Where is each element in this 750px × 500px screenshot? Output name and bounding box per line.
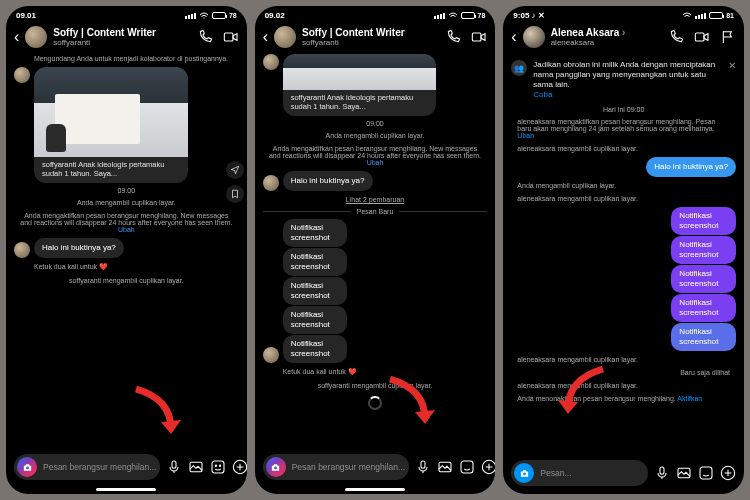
message-input-bar: Pesan... bbox=[503, 454, 744, 494]
svg-point-6 bbox=[220, 465, 221, 466]
svg-rect-16 bbox=[660, 467, 664, 474]
header-title-block[interactable]: Soffy | Content Writer soffyaranti bbox=[53, 27, 190, 47]
call-button[interactable] bbox=[197, 29, 213, 45]
battery-icon bbox=[709, 12, 723, 19]
back-button[interactable]: ‹ bbox=[511, 28, 516, 46]
screenshot-notice: aleneaksara mengambil cuplikan layar. bbox=[511, 194, 736, 203]
video-call-button[interactable] bbox=[223, 29, 239, 45]
change-link[interactable]: Ubah bbox=[367, 159, 384, 166]
chat-subtitle: aleneaksara bbox=[551, 38, 662, 47]
add-button[interactable] bbox=[481, 459, 495, 475]
chat-subtitle: soffyaranti bbox=[302, 38, 439, 47]
avatar[interactable] bbox=[274, 26, 296, 48]
camera-button[interactable] bbox=[514, 463, 534, 483]
timestamp: Hari ini 09:00 bbox=[511, 106, 736, 113]
screenshot-notice: Anda mengambil cuplikan layar. bbox=[263, 131, 488, 140]
screenshot-notice: aleneaksara mengambil cuplikan layar. bbox=[511, 381, 736, 390]
call-button[interactable] bbox=[445, 29, 461, 45]
outgoing-message[interactable]: Halo ini buktinya ya? bbox=[646, 157, 736, 177]
incoming-message[interactable]: Notifikasi screenshot bbox=[283, 219, 348, 247]
phone-screenshot-3: 9:05 ♪ ✕ 81 ‹ Alenea Aksara › aleneaksar… bbox=[503, 6, 744, 494]
battery-pct: 78 bbox=[229, 12, 237, 19]
outgoing-message[interactable]: Notifikasi screenshot bbox=[671, 207, 736, 235]
svg-rect-0 bbox=[224, 33, 233, 41]
shared-post-image[interactable] bbox=[34, 67, 188, 157]
battery-pct: 78 bbox=[478, 12, 486, 19]
call-button[interactable] bbox=[668, 29, 684, 45]
message-input[interactable]: Pesan... bbox=[511, 460, 648, 486]
tip-avatar-icon: 👥 bbox=[511, 60, 527, 76]
back-button[interactable]: ‹ bbox=[263, 28, 268, 46]
outgoing-message[interactable]: Notifikasi screenshot bbox=[671, 265, 736, 293]
double-tap-hint: Ketuk dua kali untuk ❤️ bbox=[263, 367, 488, 377]
status-bar: 9:05 ♪ ✕ 81 bbox=[503, 6, 744, 22]
sticker-button[interactable] bbox=[698, 465, 714, 481]
chat-header: ‹ Alenea Aksara › aleneaksara bbox=[503, 22, 744, 54]
change-link[interactable]: Ubah bbox=[517, 132, 534, 139]
battery-icon bbox=[461, 12, 475, 19]
phone-screenshot-2: 09.02 78 ‹ Soffy | Content Writer soffya… bbox=[255, 6, 496, 494]
camera-button[interactable] bbox=[266, 457, 286, 477]
svg-rect-18 bbox=[700, 467, 712, 479]
flag-button[interactable] bbox=[720, 29, 736, 45]
activate-link[interactable]: Aktifkan bbox=[677, 395, 702, 402]
incoming-message[interactable]: Halo ini buktinya ya? bbox=[34, 238, 124, 258]
camera-button[interactable] bbox=[17, 457, 37, 477]
incoming-message[interactable]: Notifikasi screenshot bbox=[283, 277, 348, 305]
seen-label: Baru saja dilihat bbox=[511, 368, 736, 377]
video-call-button[interactable] bbox=[471, 29, 487, 45]
incoming-message[interactable]: Notifikasi screenshot bbox=[283, 248, 348, 276]
chat-title: Soffy | Content Writer bbox=[53, 27, 190, 38]
status-time: 9:05 ♪ ✕ bbox=[513, 11, 544, 20]
dismiss-tip-button[interactable]: ✕ bbox=[728, 60, 736, 71]
post-caption: soffyaranti Anak ideologis pertamaku sud… bbox=[34, 155, 188, 183]
back-button[interactable]: ‹ bbox=[14, 28, 19, 46]
outgoing-message[interactable]: Notifikasi screenshot bbox=[671, 236, 736, 264]
shared-post-image[interactable] bbox=[283, 54, 437, 90]
msg-avatar bbox=[14, 242, 30, 258]
msg-avatar bbox=[263, 54, 279, 70]
message-input[interactable]: Pesan berangsur menghilan... bbox=[263, 454, 409, 480]
status-time: 09.02 bbox=[265, 11, 285, 20]
gallery-button[interactable] bbox=[188, 459, 204, 475]
incoming-message[interactable]: Halo ini buktinya ya? bbox=[283, 171, 373, 191]
chat-scroll[interactable]: Mengundang Anda untuk menjadi kolaborato… bbox=[6, 54, 247, 448]
gallery-button[interactable] bbox=[676, 465, 692, 481]
svg-rect-12 bbox=[461, 461, 473, 473]
msg-avatar bbox=[14, 67, 30, 83]
message-input[interactable]: Pesan berangsur menghilan... bbox=[14, 454, 160, 480]
video-call-button[interactable] bbox=[694, 29, 710, 45]
mic-button[interactable] bbox=[654, 465, 670, 481]
home-indicator bbox=[345, 488, 405, 491]
bookmark-icon[interactable] bbox=[226, 185, 244, 203]
home-indicator bbox=[96, 488, 156, 491]
header-title-block[interactable]: Alenea Aksara › aleneaksara bbox=[551, 27, 662, 47]
chat-scroll[interactable]: Hari ini 09:00 aleneaksara mengaktifkan … bbox=[503, 106, 744, 454]
send-plane-icon[interactable] bbox=[226, 161, 244, 179]
outgoing-message[interactable]: Notifikasi screenshot bbox=[671, 294, 736, 322]
wifi-icon bbox=[682, 12, 692, 20]
chat-scroll[interactable]: soffyaranti Anak ideologis pertamaku sud… bbox=[255, 54, 496, 448]
gallery-button[interactable] bbox=[437, 459, 453, 475]
screenshot-notice: Anda mengambil cuplikan layar. bbox=[511, 181, 736, 190]
sticker-button[interactable] bbox=[459, 459, 475, 475]
see-updates[interactable]: Lihat 2 pembaruan bbox=[263, 195, 488, 204]
msg-avatar bbox=[263, 347, 279, 363]
sticker-button[interactable] bbox=[210, 459, 226, 475]
mic-button[interactable] bbox=[166, 459, 182, 475]
screenshot-notice: soffyaranti mengambil cuplikan layar. bbox=[14, 276, 239, 285]
avatar[interactable] bbox=[523, 26, 545, 48]
outgoing-message[interactable]: Notifikasi screenshot bbox=[671, 323, 736, 351]
avatar[interactable] bbox=[25, 26, 47, 48]
try-link[interactable]: Coba bbox=[533, 90, 552, 99]
mic-button[interactable] bbox=[415, 459, 431, 475]
add-button[interactable] bbox=[720, 465, 736, 481]
incoming-message[interactable]: Notifikasi screenshot bbox=[283, 306, 348, 334]
wifi-icon bbox=[448, 12, 458, 20]
timestamp: 09.00 bbox=[14, 187, 239, 194]
change-link[interactable]: Ubah bbox=[118, 226, 135, 233]
header-title-block[interactable]: Soffy | Content Writer soffyaranti bbox=[302, 27, 439, 47]
add-button[interactable] bbox=[232, 459, 246, 475]
incoming-message[interactable]: Notifikasi screenshot bbox=[283, 335, 348, 363]
input-placeholder: Pesan berangsur menghilan... bbox=[292, 462, 405, 472]
